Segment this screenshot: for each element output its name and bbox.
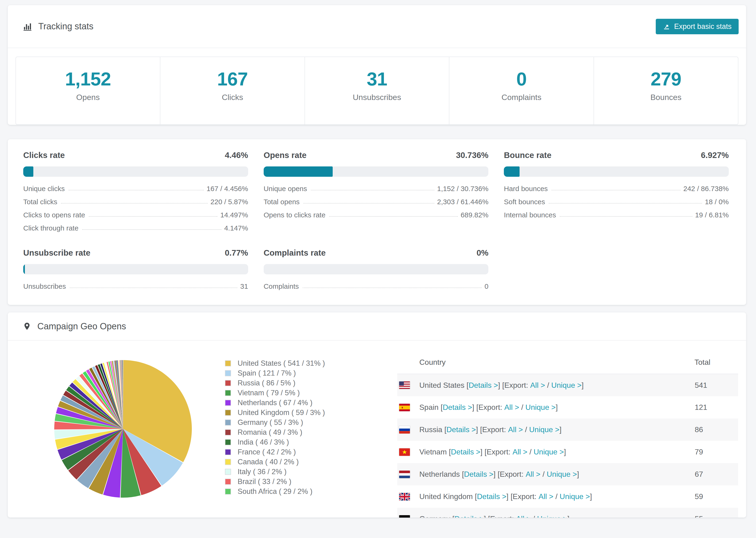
rate-progress-fill bbox=[23, 264, 25, 274]
export-all-link[interactable]: All > bbox=[504, 403, 519, 412]
rate-detail-label: Unique clicks bbox=[23, 185, 65, 193]
legend-label: India ( 46 / 3% ) bbox=[238, 438, 289, 447]
legend-swatch bbox=[225, 380, 231, 386]
map-pin-icon bbox=[23, 322, 31, 331]
legend-item: United States ( 541 / 31% ) bbox=[225, 358, 339, 368]
rate-value: 4.46% bbox=[225, 150, 248, 160]
rate-progress-track bbox=[23, 264, 248, 274]
legend-swatch bbox=[225, 469, 231, 475]
geo-header: Campaign Geo Opens bbox=[8, 312, 746, 341]
bar-chart-icon bbox=[23, 22, 32, 31]
geo-legend: United States ( 541 / 31% ) Spain ( 121 … bbox=[225, 358, 339, 517]
stat-box: 279 Bounces bbox=[594, 57, 738, 125]
stat-label: Clicks bbox=[160, 93, 304, 102]
rate-progress-track bbox=[23, 166, 248, 177]
legend-label: Netherlands ( 67 / 4% ) bbox=[238, 399, 312, 407]
rate-detail-value: 0 bbox=[485, 282, 489, 290]
legend-item: India ( 46 / 3% ) bbox=[225, 437, 339, 447]
total-column-header: Total bbox=[694, 351, 738, 374]
dotted-leader bbox=[89, 216, 217, 217]
page-title: Tracking stats bbox=[38, 21, 93, 31]
rate-detail-label: Opens to clicks rate bbox=[264, 211, 325, 219]
export-all-link[interactable]: All > bbox=[539, 492, 553, 501]
geo-table-row: Spain [Details >] [Export: All > / Uniqu… bbox=[397, 396, 738, 418]
rate-progress-fill bbox=[23, 166, 33, 177]
export-unique-link[interactable]: Unique > bbox=[547, 470, 577, 479]
legend-swatch bbox=[225, 360, 231, 366]
legend-swatch bbox=[225, 370, 231, 376]
rates-card: Clicks rate 4.46% Unique clicks 167 / 4.… bbox=[8, 139, 746, 305]
dotted-leader bbox=[303, 203, 434, 203]
rate-detail-value: 1,152 / 30.736% bbox=[437, 185, 489, 193]
rate-detail-row: Total opens 2,303 / 61.446% bbox=[264, 194, 489, 207]
export-basic-stats-button[interactable]: Export basic stats bbox=[656, 19, 739, 34]
dotted-leader bbox=[69, 190, 204, 190]
rate-progress-track bbox=[264, 264, 489, 274]
legend-swatch bbox=[225, 409, 231, 416]
export-unique-link[interactable]: Unique > bbox=[529, 425, 560, 434]
dotted-leader bbox=[311, 190, 434, 190]
country-name: Netherlands [ bbox=[419, 470, 464, 479]
export-unique-link[interactable]: Unique > bbox=[560, 492, 590, 501]
stat-box: 0 Complaints bbox=[449, 57, 593, 125]
rate-detail-label: Total opens bbox=[264, 198, 299, 206]
details-link[interactable]: Details > bbox=[469, 381, 498, 390]
export-all-link[interactable]: All > bbox=[516, 514, 531, 517]
export-all-link[interactable]: All > bbox=[508, 425, 523, 434]
rate-detail-row: Unsubscribes 31 bbox=[23, 278, 248, 291]
export-icon bbox=[663, 23, 670, 30]
legend-item: Spain ( 121 / 7% ) bbox=[225, 368, 339, 378]
country-name: Vietnam [ bbox=[419, 448, 451, 456]
dotted-leader bbox=[61, 203, 207, 203]
export-unique-link[interactable]: Unique > bbox=[537, 514, 567, 517]
country-total: 541 bbox=[694, 374, 738, 396]
rate-detail-row: Complaints 0 bbox=[264, 278, 489, 291]
export-all-link[interactable]: All > bbox=[530, 381, 545, 390]
details-link[interactable]: Details > bbox=[443, 403, 472, 412]
rate-value: 6.927% bbox=[701, 150, 729, 160]
legend-label: France ( 42 / 2% ) bbox=[238, 448, 296, 456]
geo-table: Country Total United States [Details >] … bbox=[397, 351, 738, 517]
country-name: United Kingdom [ bbox=[419, 492, 477, 501]
geo-pie-chart[interactable] bbox=[53, 357, 193, 517]
rate-detail-label: Internal bounces bbox=[504, 211, 556, 219]
geo-table-row: Russia [Details >] [Export: All > / Uniq… bbox=[397, 418, 738, 441]
export-all-link[interactable]: All > bbox=[526, 470, 540, 479]
geo-table-row: United States [Details >] [Export: All >… bbox=[397, 374, 738, 396]
flag-icon-nl bbox=[399, 471, 410, 478]
rate-progress-track bbox=[504, 166, 729, 177]
stats-row: 1,152 Opens167 Clicks31 Unsubscribes0 Co… bbox=[16, 57, 738, 125]
export-unique-link[interactable]: Unique > bbox=[525, 403, 556, 412]
details-link[interactable]: Details > bbox=[454, 514, 484, 517]
export-unique-link[interactable]: Unique > bbox=[534, 448, 564, 456]
legend-label: Italy ( 36 / 2% ) bbox=[238, 467, 287, 476]
rate-detail-row: Click through rate 4.147% bbox=[23, 220, 248, 233]
campaign-geo-opens-card: Campaign Geo Opens United States ( 541 /… bbox=[8, 312, 746, 517]
rate-detail-row: Total clicks 220 / 5.87% bbox=[23, 194, 248, 207]
rate-detail-value: 31 bbox=[240, 282, 248, 290]
legend-item: United Kingdom ( 59 / 3% ) bbox=[225, 408, 339, 418]
rate-title: Bounce rate bbox=[504, 150, 551, 160]
rates-grid: Clicks rate 4.46% Unique clicks 167 / 4.… bbox=[8, 139, 746, 305]
rate-detail-label: Click through rate bbox=[23, 224, 79, 232]
dotted-leader bbox=[70, 288, 238, 288]
country-column-header: Country bbox=[397, 351, 694, 374]
legend-item: Russia ( 86 / 5% ) bbox=[225, 378, 339, 388]
export-unique-link[interactable]: Unique > bbox=[551, 381, 581, 390]
details-link[interactable]: Details > bbox=[464, 470, 493, 479]
details-link[interactable]: Details > bbox=[477, 492, 506, 501]
rate-detail-value: 4.147% bbox=[224, 224, 248, 232]
rate-detail-label: Complaints bbox=[264, 282, 299, 290]
details-link[interactable]: Details > bbox=[451, 448, 480, 456]
legend-item: Canada ( 40 / 2% ) bbox=[225, 457, 339, 467]
details-link[interactable]: Details > bbox=[447, 425, 476, 434]
legend-swatch bbox=[225, 400, 231, 406]
rate-detail-label: Clicks to opens rate bbox=[23, 211, 85, 219]
dotted-leader bbox=[552, 190, 680, 190]
export-all-link[interactable]: All > bbox=[513, 448, 527, 456]
legend-label: Romania ( 49 / 3% ) bbox=[238, 428, 302, 437]
rate-value: 0.77% bbox=[225, 248, 248, 257]
flag-icon-us bbox=[399, 381, 410, 389]
tracking-stats-header: Tracking stats Export basic stats bbox=[8, 5, 746, 48]
rate-value: 30.736% bbox=[456, 150, 488, 160]
